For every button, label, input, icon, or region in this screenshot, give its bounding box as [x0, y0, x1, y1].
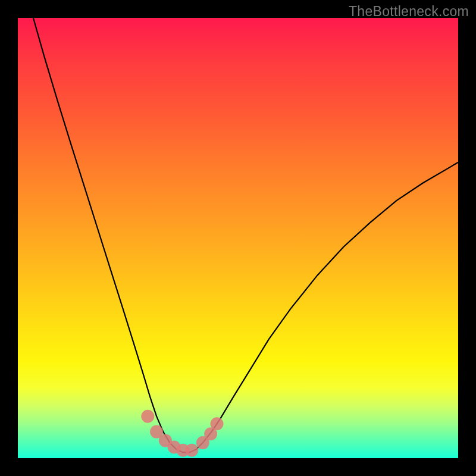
data-marker: [210, 417, 223, 430]
markers-group: [141, 410, 223, 457]
chart-frame: [18, 18, 458, 458]
bottleneck-curve: [33, 18, 458, 452]
chart-svg: [18, 18, 458, 458]
data-marker: [141, 410, 154, 423]
data-marker: [185, 444, 198, 457]
watermark-text: TheBottleneck.com: [349, 4, 469, 20]
